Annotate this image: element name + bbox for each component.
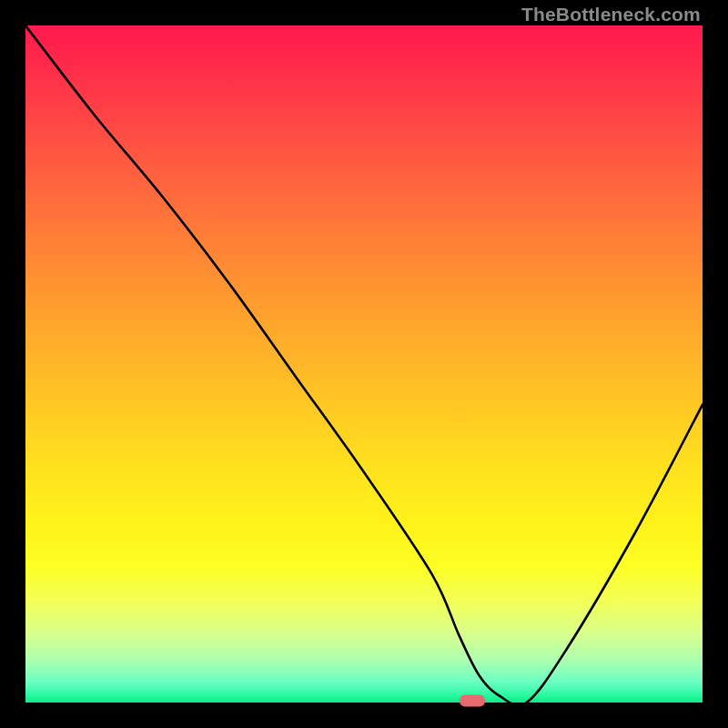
curve-layer bbox=[25, 25, 703, 703]
watermark-text: TheBottleneck.com bbox=[521, 4, 701, 25]
plot-area bbox=[25, 25, 703, 703]
optimal-marker bbox=[460, 695, 485, 707]
bottleneck-curve bbox=[25, 25, 703, 703]
bottleneck-chart: TheBottleneck.com bbox=[0, 0, 728, 728]
